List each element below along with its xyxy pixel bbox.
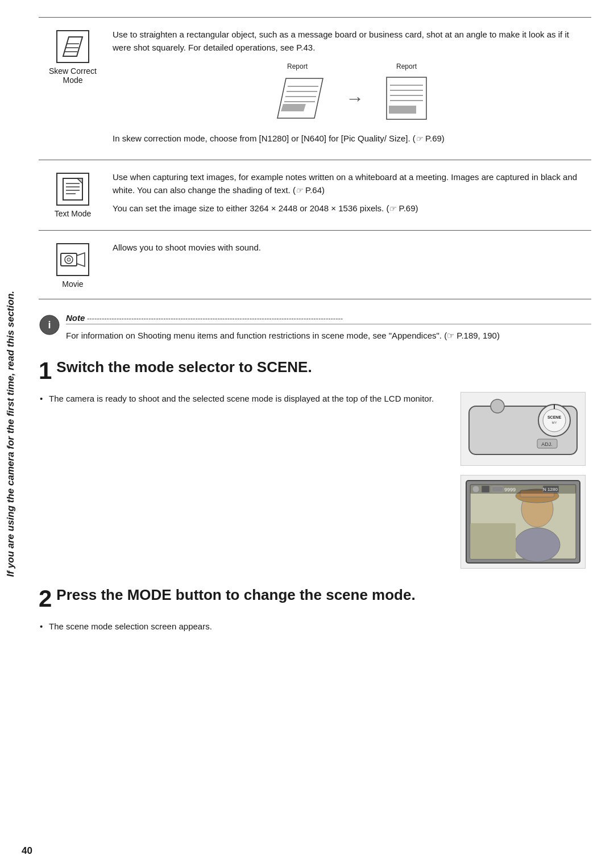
note-body: For information on Shooting menu items a… <box>66 329 591 342</box>
section1-block: 1 Switch the mode selector to SCENE. The… <box>39 358 591 569</box>
skew-correct-icon-cell: Skew CorrectMode <box>39 28 107 85</box>
section1-bullet: The camera is ready to shoot and the sel… <box>39 392 447 406</box>
svg-rect-16 <box>63 178 82 200</box>
text-mode-label: Text Mode <box>55 209 92 218</box>
section1-title: 1 Switch the mode selector to SCENE. <box>39 358 591 383</box>
skew-correct-desc-p2: In skew correction mode, choose from [N1… <box>113 132 586 145</box>
sidebar: If you are using the camera for the firs… <box>0 0 22 868</box>
movie-icon-cell: Movie <box>39 241 107 289</box>
note-icon: i <box>39 314 60 336</box>
svg-point-44 <box>472 486 479 493</box>
svg-marker-4 <box>277 78 323 118</box>
svg-marker-0 <box>63 37 82 56</box>
note-icon-svg: i <box>39 314 60 336</box>
note-box: i Note For information on Shooting menu … <box>39 313 591 342</box>
movie-icon <box>56 243 89 276</box>
section2-title-text: Press the MODE button to change the scen… <box>56 586 415 603</box>
svg-text:ADJ.: ADJ. <box>541 441 553 447</box>
section2-title: 2 Press the MODE button to change the sc… <box>39 586 591 611</box>
section1-number: 1 <box>39 359 52 383</box>
svg-rect-45 <box>482 486 489 493</box>
skew-arrow: → <box>346 88 364 109</box>
note-header: Note <box>66 313 591 324</box>
modes-table: Skew CorrectMode Use to straighten a rec… <box>39 17 591 299</box>
skew-before-label: Report <box>287 62 308 70</box>
svg-marker-9 <box>281 104 306 111</box>
section1-text: The camera is ready to shoot and the sel… <box>39 392 447 406</box>
svg-point-23 <box>67 258 70 261</box>
svg-text:i: i <box>48 319 51 331</box>
section2-text: The scene mode selection screen appears. <box>39 620 591 633</box>
movie-svg <box>59 245 87 274</box>
svg-text:N 1280: N 1280 <box>543 487 558 492</box>
skew-after-svg <box>381 73 432 124</box>
skew-after-label: Report <box>396 62 417 70</box>
camera-mode-img: SCENE MY ADJ. <box>460 392 586 466</box>
skew-correct-svg <box>59 32 87 61</box>
text-mode-svg <box>59 175 87 203</box>
svg-text:9999: 9999 <box>504 487 516 493</box>
page-number: 40 <box>22 845 32 857</box>
text-mode-desc: Use when capturing text images, for exam… <box>107 170 591 220</box>
note-content: Note For information on Shooting menu it… <box>66 313 591 342</box>
camera-mode-svg: SCENE MY ADJ. <box>463 395 583 463</box>
skew-before-svg <box>266 73 329 124</box>
section1-images: SCENE MY ADJ. <box>460 392 591 569</box>
section1-content: The camera is ready to shoot and the sel… <box>39 392 591 569</box>
svg-point-41 <box>515 528 560 562</box>
skew-before-box: Report <box>266 62 329 124</box>
text-mode-desc-p1: Use when capturing text images, for exam… <box>113 170 586 197</box>
skew-correct-desc: Use to straighten a rectangular object, … <box>107 28 591 149</box>
movie-desc: Allows you to shoot movies with sound. <box>107 241 591 258</box>
svg-text:SCENE: SCENE <box>547 415 561 419</box>
sidebar-text: If you are using the camera for the firs… <box>5 291 16 577</box>
movie-row: Movie Allows you to shoot movies with so… <box>39 231 591 299</box>
svg-point-29 <box>543 409 566 432</box>
lcd-svg: 9999 N 1280 <box>463 478 583 566</box>
skew-correct-row: Skew CorrectMode Use to straighten a rec… <box>39 18 591 160</box>
svg-rect-46 <box>492 486 503 492</box>
text-mode-desc-p2: You can set the image size to either 326… <box>113 202 586 215</box>
section2-bullet: The scene mode selection screen appears. <box>39 620 591 633</box>
skew-correct-label: Skew CorrectMode <box>49 66 97 85</box>
svg-text:MY: MY <box>552 421 557 424</box>
svg-rect-15 <box>389 106 416 114</box>
svg-point-35 <box>491 399 504 413</box>
skew-correct-desc-p1: Use to straighten a rectangular object, … <box>113 28 586 55</box>
lcd-img: 9999 N 1280 <box>460 475 586 569</box>
text-mode-icon-cell: Text Mode <box>39 170 107 218</box>
movie-desc-p1: Allows you to shoot movies with sound. <box>113 241 586 254</box>
skew-after-box: Report <box>381 62 432 124</box>
section2-number: 2 <box>39 587 52 611</box>
svg-rect-42 <box>470 523 516 559</box>
skew-correct-icon <box>56 30 89 63</box>
svg-marker-24 <box>77 253 85 266</box>
section1-title-text: Switch the mode selector to SCENE. <box>56 358 312 375</box>
text-mode-row: Text Mode Use when capturing text images… <box>39 160 591 231</box>
text-mode-icon <box>56 173 89 206</box>
movie-label: Movie <box>62 279 83 289</box>
skew-diagram: Report → <box>113 62 586 124</box>
section2-block: 2 Press the MODE button to change the sc… <box>39 586 591 633</box>
main-content: Skew CorrectMode Use to straighten a rec… <box>22 0 614 868</box>
